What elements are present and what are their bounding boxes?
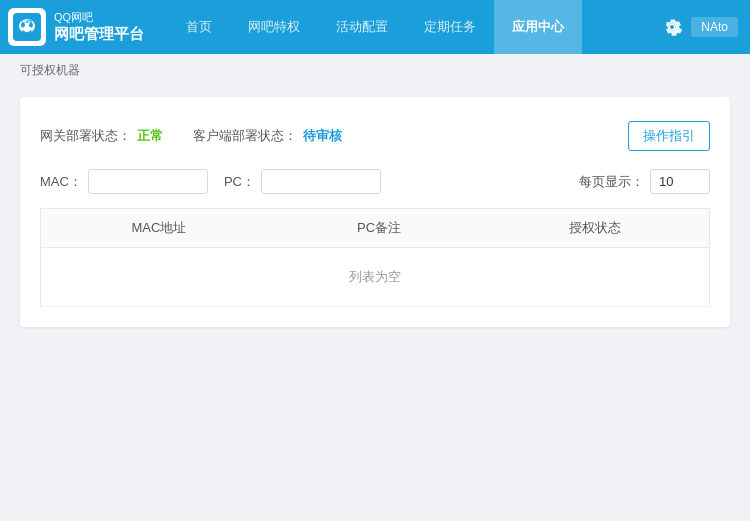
per-page-input[interactable] (650, 169, 710, 194)
nav-item-网吧特权[interactable]: 网吧特权 (230, 0, 318, 54)
logo: Cafe QQ网吧 网吧管理平台 (8, 8, 168, 46)
table-col-MAC地址: MAC地址 (41, 209, 277, 248)
main-nav: 首页网吧特权活动配置定期任务应用中心 (168, 0, 661, 54)
empty-text: 列表为空 (41, 248, 710, 307)
mac-input[interactable] (88, 169, 208, 194)
status-row: 网关部署状态： 正常 客户端部署状态： 待审核 操作指引 (40, 121, 710, 151)
nav-item-应用中心[interactable]: 应用中心 (494, 0, 582, 54)
header-right: NAto (661, 16, 750, 38)
table-col-授权状态: 授权状态 (481, 209, 709, 248)
status-group: 网关部署状态： 正常 客户端部署状态： 待审核 (40, 127, 342, 145)
header-user[interactable]: NAto (691, 17, 738, 37)
table-empty-row: 列表为空 (41, 248, 710, 307)
per-page-label: 每页显示： (579, 173, 644, 191)
table-col-PC备注: PC备注 (277, 209, 481, 248)
op-guide-button[interactable]: 操作指引 (628, 121, 710, 151)
filter-row: MAC： PC： 每页显示： (40, 169, 710, 194)
table-body: 列表为空 (41, 248, 710, 307)
client-status: 客户端部署状态： 待审核 (193, 127, 342, 145)
svg-text:Cafe: Cafe (22, 18, 33, 24)
content-card: 网关部署状态： 正常 客户端部署状态： 待审核 操作指引 MAC： PC： (20, 97, 730, 327)
logo-icon: Cafe (8, 8, 46, 46)
table-header: MAC地址PC备注授权状态 (41, 209, 710, 248)
breadcrumb: 可授权机器 (0, 54, 750, 87)
pc-filter: PC： (224, 169, 381, 194)
logo-bottom: 网吧管理平台 (54, 25, 144, 43)
nav-item-活动配置[interactable]: 活动配置 (318, 0, 406, 54)
pc-input[interactable] (261, 169, 381, 194)
mac-filter: MAC： (40, 169, 208, 194)
gateway-status: 网关部署状态： 正常 (40, 127, 163, 145)
data-table: MAC地址PC备注授权状态 列表为空 (40, 208, 710, 307)
mac-label: MAC： (40, 173, 82, 191)
logo-top: QQ网吧 (54, 11, 144, 24)
pc-label: PC： (224, 173, 255, 191)
header: Cafe QQ网吧 网吧管理平台 首页网吧特权活动配置定期任务应用中心 NAto (0, 0, 750, 54)
nav-item-首页[interactable]: 首页 (168, 0, 230, 54)
nav-item-定期任务[interactable]: 定期任务 (406, 0, 494, 54)
per-page-group: 每页显示： (579, 169, 710, 194)
logo-text: QQ网吧 网吧管理平台 (54, 11, 144, 42)
table-header-row: MAC地址PC备注授权状态 (41, 209, 710, 248)
main-content: 网关部署状态： 正常 客户端部署状态： 待审核 操作指引 MAC： PC： (0, 87, 750, 347)
gear-icon[interactable] (661, 16, 683, 38)
